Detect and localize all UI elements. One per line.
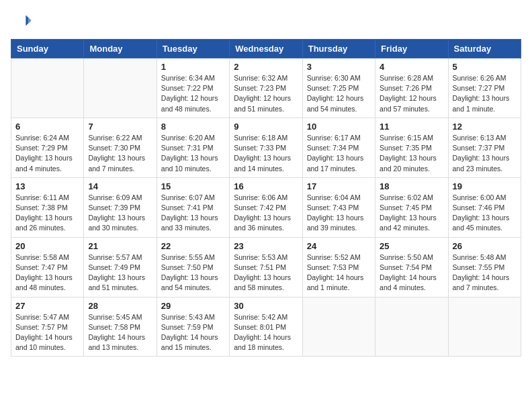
logo-icon (11, 11, 32, 32)
day-info: Sunrise: 5:47 AM Sunset: 7:57 PM Dayligh… (15, 312, 79, 353)
calendar-cell: 15Sunrise: 6:07 AM Sunset: 7:41 PM Dayli… (157, 177, 229, 237)
day-header-saturday: Saturday (448, 40, 521, 58)
calendar-cell (375, 297, 448, 357)
calendar-cell (11, 58, 84, 118)
day-number: 16 (234, 181, 298, 191)
day-number: 24 (307, 241, 371, 251)
svg-marker-1 (28, 17, 32, 24)
day-header-sunday: Sunday (11, 40, 84, 58)
calendar-cell: 3Sunrise: 6:30 AM Sunset: 7:25 PM Daylig… (302, 58, 375, 118)
day-number: 17 (307, 181, 371, 191)
day-info: Sunrise: 6:00 AM Sunset: 7:46 PM Dayligh… (453, 193, 517, 234)
calendar-cell: 5Sunrise: 6:26 AM Sunset: 7:27 PM Daylig… (448, 58, 521, 118)
calendar-week-row: 13Sunrise: 6:11 AM Sunset: 7:38 PM Dayli… (11, 177, 521, 237)
calendar-cell: 25Sunrise: 5:50 AM Sunset: 7:54 PM Dayli… (375, 237, 448, 297)
calendar-cell: 2Sunrise: 6:32 AM Sunset: 7:23 PM Daylig… (230, 58, 302, 118)
day-number: 12 (453, 122, 517, 132)
day-info: Sunrise: 5:48 AM Sunset: 7:55 PM Dayligh… (453, 253, 517, 293)
page-header (11, 11, 521, 32)
day-info: Sunrise: 6:34 AM Sunset: 7:22 PM Dayligh… (161, 73, 225, 114)
calendar-cell: 27Sunrise: 5:47 AM Sunset: 7:57 PM Dayli… (11, 297, 84, 357)
day-info: Sunrise: 6:17 AM Sunset: 7:34 PM Dayligh… (307, 133, 371, 174)
day-info: Sunrise: 5:55 AM Sunset: 7:50 PM Dayligh… (161, 253, 225, 293)
calendar-cell: 14Sunrise: 6:09 AM Sunset: 7:39 PM Dayli… (84, 177, 157, 237)
day-header-tuesday: Tuesday (157, 40, 229, 58)
calendar-week-row: 6Sunrise: 6:24 AM Sunset: 7:29 PM Daylig… (11, 118, 521, 177)
day-info: Sunrise: 6:11 AM Sunset: 7:38 PM Dayligh… (15, 193, 79, 234)
day-number: 6 (15, 122, 79, 132)
day-info: Sunrise: 6:15 AM Sunset: 7:35 PM Dayligh… (380, 133, 443, 174)
calendar-cell: 26Sunrise: 5:48 AM Sunset: 7:55 PM Dayli… (448, 237, 521, 297)
calendar-cell (448, 297, 521, 357)
calendar-cell: 17Sunrise: 6:04 AM Sunset: 7:43 PM Dayli… (302, 177, 375, 237)
day-info: Sunrise: 6:24 AM Sunset: 7:29 PM Dayligh… (15, 133, 79, 174)
day-info: Sunrise: 5:42 AM Sunset: 8:01 PM Dayligh… (234, 312, 298, 353)
day-header-friday: Friday (375, 40, 448, 58)
calendar-cell: 7Sunrise: 6:22 AM Sunset: 7:30 PM Daylig… (84, 118, 157, 177)
day-info: Sunrise: 5:43 AM Sunset: 7:59 PM Dayligh… (161, 312, 225, 353)
calendar-cell: 18Sunrise: 6:02 AM Sunset: 7:45 PM Dayli… (375, 177, 448, 237)
logo (11, 11, 35, 32)
calendar-table: SundayMondayTuesdayWednesdayThursdayFrid… (11, 39, 521, 357)
day-number: 19 (453, 181, 517, 191)
calendar-cell: 20Sunrise: 5:58 AM Sunset: 7:47 PM Dayli… (11, 237, 84, 297)
day-number: 5 (453, 62, 517, 72)
day-info: Sunrise: 6:20 AM Sunset: 7:31 PM Dayligh… (161, 133, 225, 174)
calendar-cell: 10Sunrise: 6:17 AM Sunset: 7:34 PM Dayli… (302, 118, 375, 177)
calendar-cell: 11Sunrise: 6:15 AM Sunset: 7:35 PM Dayli… (375, 118, 448, 177)
day-number: 30 (234, 301, 298, 311)
day-number: 1 (161, 62, 225, 72)
day-info: Sunrise: 6:04 AM Sunset: 7:43 PM Dayligh… (307, 193, 371, 234)
calendar-cell: 30Sunrise: 5:42 AM Sunset: 8:01 PM Dayli… (230, 297, 302, 357)
day-header-thursday: Thursday (302, 40, 375, 58)
day-number: 21 (88, 241, 152, 251)
calendar-cell: 28Sunrise: 5:45 AM Sunset: 7:58 PM Dayli… (84, 297, 157, 357)
calendar-cell: 21Sunrise: 5:57 AM Sunset: 7:49 PM Dayli… (84, 237, 157, 297)
day-info: Sunrise: 6:02 AM Sunset: 7:45 PM Dayligh… (380, 193, 443, 234)
day-number: 10 (307, 122, 371, 132)
day-number: 7 (88, 122, 152, 132)
day-info: Sunrise: 6:22 AM Sunset: 7:30 PM Dayligh… (88, 133, 152, 174)
calendar-cell: 13Sunrise: 6:11 AM Sunset: 7:38 PM Dayli… (11, 177, 84, 237)
calendar-cell: 19Sunrise: 6:00 AM Sunset: 7:46 PM Dayli… (448, 177, 521, 237)
calendar-week-row: 20Sunrise: 5:58 AM Sunset: 7:47 PM Dayli… (11, 237, 521, 297)
day-info: Sunrise: 6:13 AM Sunset: 7:37 PM Dayligh… (453, 133, 517, 174)
day-number: 25 (380, 241, 443, 251)
day-info: Sunrise: 5:52 AM Sunset: 7:53 PM Dayligh… (307, 253, 371, 293)
calendar-cell: 6Sunrise: 6:24 AM Sunset: 7:29 PM Daylig… (11, 118, 84, 177)
day-info: Sunrise: 5:50 AM Sunset: 7:54 PM Dayligh… (380, 253, 443, 293)
calendar-week-row: 1Sunrise: 6:34 AM Sunset: 7:22 PM Daylig… (11, 58, 521, 118)
calendar-cell: 1Sunrise: 6:34 AM Sunset: 7:22 PM Daylig… (157, 58, 229, 118)
calendar-cell: 8Sunrise: 6:20 AM Sunset: 7:31 PM Daylig… (157, 118, 229, 177)
day-number: 15 (161, 181, 225, 191)
calendar-cell: 16Sunrise: 6:06 AM Sunset: 7:42 PM Dayli… (230, 177, 302, 237)
day-number: 22 (161, 241, 225, 251)
day-info: Sunrise: 5:57 AM Sunset: 7:49 PM Dayligh… (88, 253, 152, 293)
calendar-cell: 4Sunrise: 6:28 AM Sunset: 7:26 PM Daylig… (375, 58, 448, 118)
day-info: Sunrise: 6:32 AM Sunset: 7:23 PM Dayligh… (234, 73, 298, 114)
day-info: Sunrise: 5:45 AM Sunset: 7:58 PM Dayligh… (88, 312, 152, 353)
day-info: Sunrise: 6:30 AM Sunset: 7:25 PM Dayligh… (307, 73, 371, 114)
day-info: Sunrise: 6:18 AM Sunset: 7:33 PM Dayligh… (234, 133, 298, 174)
day-number: 23 (234, 241, 298, 251)
day-info: Sunrise: 5:58 AM Sunset: 7:47 PM Dayligh… (15, 253, 79, 293)
calendar-cell: 12Sunrise: 6:13 AM Sunset: 7:37 PM Dayli… (448, 118, 521, 177)
calendar-cell: 23Sunrise: 5:53 AM Sunset: 7:51 PM Dayli… (230, 237, 302, 297)
day-number: 29 (161, 301, 225, 311)
calendar-cell: 29Sunrise: 5:43 AM Sunset: 7:59 PM Dayli… (157, 297, 229, 357)
day-header-monday: Monday (84, 40, 157, 58)
calendar-week-row: 27Sunrise: 5:47 AM Sunset: 7:57 PM Dayli… (11, 297, 521, 357)
calendar-cell: 24Sunrise: 5:52 AM Sunset: 7:53 PM Dayli… (302, 237, 375, 297)
day-number: 8 (161, 122, 225, 132)
calendar-cell (302, 297, 375, 357)
day-number: 26 (453, 241, 517, 251)
day-number: 2 (234, 62, 298, 72)
day-info: Sunrise: 5:53 AM Sunset: 7:51 PM Dayligh… (234, 253, 298, 293)
day-number: 13 (15, 181, 79, 191)
day-info: Sunrise: 6:28 AM Sunset: 7:26 PM Dayligh… (380, 73, 443, 114)
day-number: 11 (380, 122, 443, 132)
day-header-wednesday: Wednesday (230, 40, 302, 58)
day-number: 14 (88, 181, 152, 191)
calendar-cell (84, 58, 157, 118)
day-number: 3 (307, 62, 371, 72)
